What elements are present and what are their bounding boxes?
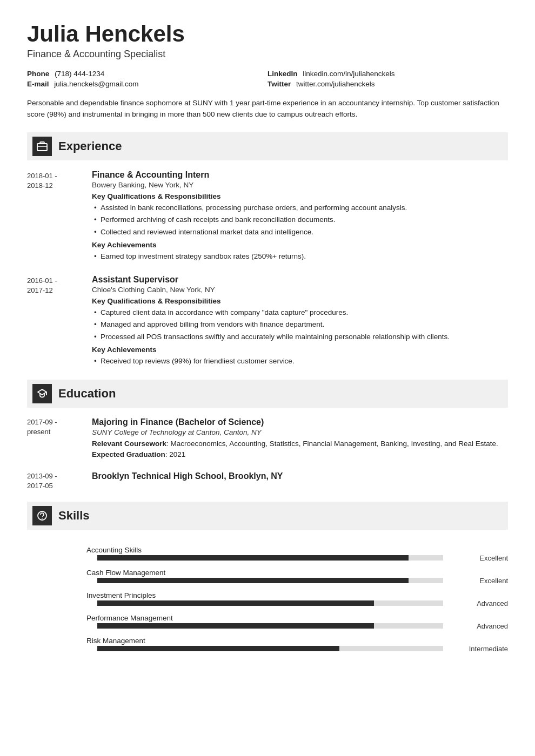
skill-bar-fill: [97, 555, 409, 561]
summary-text: Personable and dependable finance sophom…: [27, 98, 508, 120]
entry-company: Bowery Banking, New York, NY: [92, 181, 508, 189]
skill-name: Risk Management: [27, 630, 508, 645]
list-item: Managed and approved billing from vendor…: [92, 319, 508, 330]
achievements-heading: Key Achievements: [92, 346, 508, 354]
edu-dates: 2017-09 - present: [27, 417, 86, 461]
skills-icon: [32, 506, 52, 525]
qualifications-list: Captured client data in accordance with …: [92, 307, 508, 342]
edu-dates: 2013-09 - 2017-05: [27, 471, 86, 491]
edu-content: Brooklyn Technical High School, Brooklyn…: [92, 471, 508, 491]
skill-bar-row: Excellent: [27, 554, 508, 562]
linkedin-item: LinkedIn linkedin.com/in/juliahenckels: [268, 70, 508, 78]
svg-point-3: [42, 518, 43, 519]
experience-entry: 2018-01 - 2018-12Finance & Accounting In…: [27, 170, 508, 263]
edu-graduation: Expected Graduation: 2021: [92, 449, 508, 460]
entry-content: Assistant SupervisorChloe's Clothing Cab…: [92, 275, 508, 368]
experience-entry: 2016-01 - 2017-12Assistant SupervisorChl…: [27, 275, 508, 368]
education-section-title: Education: [58, 387, 116, 401]
candidate-title: Finance & Accounting Specialist: [27, 49, 508, 60]
edu-content: Majoring in Finance (Bachelor of Science…: [92, 417, 508, 461]
list-item: Collected and reviewed international mar…: [92, 227, 508, 238]
entry-company: Chloe's Clothing Cabin, New York, NY: [92, 286, 508, 294]
edu-coursework: Relevant Coursework: Macroeconomics, Acc…: [92, 438, 508, 449]
skill-bar-fill: [97, 600, 374, 606]
list-item: Received top reviews (99%) for friendlie…: [92, 356, 508, 367]
education-entry: 2013-09 - 2017-05Brooklyn Technical High…: [27, 471, 508, 491]
list-item: Processed all POS transactions swiftly a…: [92, 332, 508, 342]
experience-section-header: Experience: [27, 132, 508, 160]
phone-value: (718) 444-1234: [55, 70, 104, 78]
skill-bar-container: [97, 623, 443, 629]
edu-degree: Majoring in Finance (Bachelor of Science…: [92, 417, 508, 427]
skill-bar-container: [97, 555, 443, 561]
skill-level: Excellent: [454, 554, 508, 562]
skills-section-header: Skills: [27, 502, 508, 530]
skill-level: Excellent: [454, 577, 508, 585]
candidate-name: Julia Henckels: [27, 22, 508, 46]
email-item: E-mail julia.henckels@gmail.com: [27, 80, 268, 88]
skill-bar-row: Excellent: [27, 577, 508, 585]
twitter-label: Twitter: [268, 80, 291, 88]
resume-header: Julia Henckels Finance & Accounting Spec…: [27, 22, 508, 120]
achievements-list: Received top reviews (99%) for friendlie…: [92, 356, 508, 367]
entry-job-title: Assistant Supervisor: [92, 275, 508, 285]
skill-bar-container: [97, 578, 443, 583]
education-list: 2017-09 - presentMajoring in Finance (Ba…: [27, 417, 508, 491]
twitter-item: Twitter twitter.com/juliahenckels: [268, 80, 508, 88]
entry-content: Finance & Accounting InternBowery Bankin…: [92, 170, 508, 263]
contact-grid: Phone (718) 444-1234 LinkedIn linkedin.c…: [27, 70, 508, 88]
qualifications-heading: Key Qualifications & Responsibilities: [92, 192, 508, 200]
experience-icon: [32, 137, 52, 156]
list-item: Assisted in bank reconciliations, proces…: [92, 202, 508, 213]
entry-job-title: Finance & Accounting Intern: [92, 170, 508, 180]
skill-bar-fill: [97, 646, 339, 651]
experience-section-title: Experience: [58, 139, 122, 153]
qualifications-heading: Key Qualifications & Responsibilities: [92, 297, 508, 305]
svg-rect-0: [37, 144, 47, 151]
skill-bar-fill: [97, 623, 374, 629]
edu-degree: Brooklyn Technical High School, Brooklyn…: [92, 471, 508, 481]
linkedin-label: LinkedIn: [268, 70, 298, 78]
email-label: E-mail: [27, 80, 49, 88]
entry-dates: 2016-01 - 2017-12: [27, 275, 86, 368]
list-item: Earned top investment strategy sandbox r…: [92, 251, 508, 262]
skill-bar-row: Intermediate: [27, 645, 508, 653]
entry-dates: 2018-01 - 2018-12: [27, 170, 86, 263]
email-value: julia.henckels@gmail.com: [54, 80, 138, 88]
skills-list: Accounting SkillsExcellentCash Flow Mana…: [27, 539, 508, 653]
qualifications-list: Assisted in bank reconciliations, proces…: [92, 202, 508, 238]
skill-name: Performance Management: [27, 608, 508, 622]
skill-bar-container: [97, 646, 443, 651]
achievements-heading: Key Achievements: [92, 241, 508, 249]
phone-label: Phone: [27, 70, 49, 78]
skill-bar-row: Advanced: [27, 622, 508, 630]
skills-section-title: Skills: [58, 509, 89, 523]
skill-bar-fill: [97, 578, 409, 583]
skill-bar-container: [97, 600, 443, 606]
skill-name: Accounting Skills: [27, 539, 508, 554]
skill-level: Advanced: [454, 599, 508, 608]
list-item: Performed archiving of cash receipts and…: [92, 214, 508, 225]
edu-school: SUNY College of Technology at Canton, Ca…: [92, 428, 508, 436]
education-section-header: Education: [27, 380, 508, 408]
list-item: Captured client data in accordance with …: [92, 307, 508, 318]
achievements-list: Earned top investment strategy sandbox r…: [92, 251, 508, 262]
skill-level: Advanced: [454, 622, 508, 630]
phone-item: Phone (718) 444-1234: [27, 70, 268, 78]
skill-bar-row: Advanced: [27, 599, 508, 608]
skill-name: Cash Flow Management: [27, 562, 508, 577]
education-entry: 2017-09 - presentMajoring in Finance (Ba…: [27, 417, 508, 461]
skill-name: Investment Principles: [27, 585, 508, 599]
linkedin-value: linkedin.com/in/juliahenckels: [303, 70, 394, 78]
skill-level: Intermediate: [454, 645, 508, 653]
twitter-value: twitter.com/juliahenckels: [296, 80, 375, 88]
experience-list: 2018-01 - 2018-12Finance & Accounting In…: [27, 170, 508, 368]
education-icon: [32, 384, 52, 403]
